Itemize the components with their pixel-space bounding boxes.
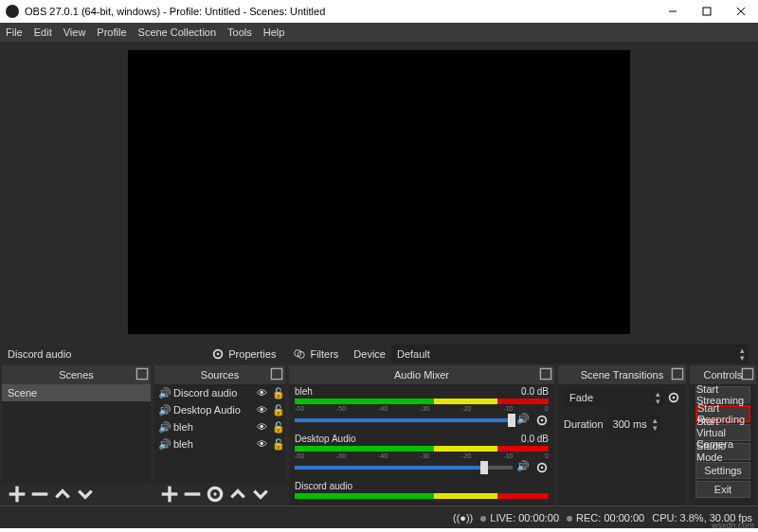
window-titlebar: OBS 27.0.1 (64-bit, windows) - Profile: … — [0, 0, 758, 23]
properties-label: Properties — [228, 348, 276, 360]
updown-icon: ▴▾ — [740, 346, 745, 362]
svg-rect-23 — [672, 368, 682, 379]
mute-toggle[interactable]: 🔊 — [516, 413, 532, 428]
duration-input[interactable]: 300 ms ▴▾ — [607, 415, 660, 434]
channel-settings-icon[interactable] — [535, 414, 549, 427]
rec-status: REC: 00:00:00 — [576, 512, 644, 523]
transition-select[interactable]: Fade ▴▾ — [564, 388, 663, 407]
menu-file[interactable]: File — [6, 27, 23, 38]
close-button[interactable] — [724, 0, 758, 23]
source-settings-button[interactable] — [206, 485, 225, 504]
controls-popout-icon[interactable] — [741, 367, 754, 381]
filter-icon — [293, 347, 306, 361]
scene-up-button[interactable] — [53, 485, 72, 504]
sources-popout-icon[interactable] — [270, 367, 283, 381]
sources-title: Sources — [201, 369, 239, 381]
sources-list[interactable]: 🔊 Discord audio 👁 🔓 🔊 Desktop Audio 👁 🔓 … — [154, 384, 285, 483]
minimize-button[interactable] — [656, 0, 690, 23]
mixer-body: bleh0.0 dB -60-50-40-30-20-100 🔊 Desktop… — [289, 384, 554, 505]
mixer-popout-icon[interactable] — [539, 367, 552, 381]
svg-point-17 — [213, 492, 216, 495]
preview-canvas[interactable] — [128, 50, 630, 334]
source-row[interactable]: 🔊 Desktop Audio 👁 🔓 — [154, 401, 285, 418]
svg-point-20 — [541, 419, 544, 422]
volume-slider[interactable] — [295, 418, 513, 422]
source-label: bleh — [173, 421, 251, 433]
mute-toggle[interactable]: 🔊 — [516, 460, 532, 475]
source-row[interactable]: 🔊 bleh 👁 🔓 — [154, 418, 285, 435]
source-toolbar: Discord audio Properties Filters Device … — [0, 343, 758, 365]
exit-button[interactable]: Exit — [695, 481, 750, 498]
visibility-toggle[interactable]: 👁 — [255, 437, 268, 451]
updown-icon: ▴▾ — [653, 417, 658, 432]
scene-remove-button[interactable] — [30, 485, 49, 504]
scenes-popout-icon[interactable] — [135, 367, 149, 381]
scenes-title: Scenes — [59, 369, 94, 381]
sources-dock: Sources 🔊 Discord audio 👁 🔓 🔊 Desktop Au… — [154, 365, 285, 505]
svg-point-5 — [217, 353, 220, 356]
lock-toggle[interactable]: 🔓 — [272, 420, 285, 434]
mixer-channel: bleh0.0 dB -60-50-40-30-20-100 🔊 — [289, 384, 554, 432]
start-virtual-camera-button[interactable]: Start Virtual Camera — [695, 424, 750, 441]
properties-button[interactable]: Properties — [204, 345, 283, 364]
speaker-icon: 🔊 — [158, 421, 170, 434]
channel-settings-icon[interactable] — [535, 461, 549, 474]
app-icon — [6, 5, 19, 18]
source-row[interactable]: 🔊 bleh 👁 🔓 — [154, 435, 285, 452]
speaker-icon: 🔊 — [158, 404, 170, 417]
source-label: Desktop Audio — [173, 404, 251, 416]
lock-toggle[interactable]: 🔓 — [272, 386, 285, 399]
menu-edit[interactable]: Edit — [34, 27, 52, 38]
lock-toggle[interactable]: 🔓 — [272, 437, 285, 451]
visibility-toggle[interactable]: 👁 — [255, 403, 268, 417]
source-up-button[interactable] — [228, 485, 247, 504]
lock-toggle[interactable]: 🔓 — [272, 403, 285, 417]
source-down-button[interactable] — [251, 485, 270, 504]
updown-icon: ▴▾ — [656, 390, 660, 405]
source-row[interactable]: 🔊 Discord audio 👁 🔓 — [154, 384, 285, 401]
watermark: wsxdn.com — [712, 521, 754, 530]
visibility-toggle[interactable]: 👁 — [255, 420, 268, 434]
svg-rect-1 — [703, 8, 711, 15]
scene-down-button[interactable] — [76, 485, 95, 504]
meter-ticks: -60-50-40-30-20-100 — [295, 405, 549, 411]
gear-icon — [211, 347, 225, 361]
device-label: Device — [353, 348, 386, 360]
maximize-button[interactable] — [690, 0, 724, 23]
volume-slider[interactable] — [295, 466, 513, 470]
device-select[interactable]: Default ▴▾ — [391, 345, 749, 364]
window-title: OBS 27.0.1 (64-bit, windows) - Profile: … — [25, 6, 325, 17]
visibility-toggle[interactable]: 👁 — [255, 386, 268, 399]
speaker-icon: 🔊 — [158, 438, 170, 451]
start-streaming-button[interactable]: Start Streaming — [695, 386, 750, 403]
level-meter — [295, 399, 549, 404]
settings-button[interactable]: Settings — [695, 462, 750, 479]
scene-add-button[interactable] — [8, 485, 27, 504]
menu-help[interactable]: Help — [263, 27, 285, 38]
menu-tools[interactable]: Tools — [227, 27, 252, 38]
svg-rect-18 — [540, 368, 550, 379]
svg-rect-12 — [271, 368, 281, 379]
transition-settings-icon[interactable] — [667, 391, 680, 404]
studio-mode-button[interactable]: Studio Mode — [695, 443, 750, 460]
channel-db: 0.0 dB — [521, 386, 549, 397]
menu-profile[interactable]: Profile — [97, 27, 126, 38]
transition-value: Fade — [569, 392, 593, 403]
svg-rect-8 — [136, 368, 147, 379]
menu-bar: File Edit View Profile Scene Collection … — [0, 23, 758, 42]
transitions-popout-icon[interactable] — [671, 367, 684, 381]
controls-dock: Controls Start Streaming Start Recording… — [690, 365, 756, 505]
rec-dot-icon — [567, 516, 572, 522]
controls-header: Controls — [690, 365, 756, 384]
source-add-button[interactable] — [160, 485, 179, 504]
live-dot-icon — [480, 516, 486, 522]
menu-scene-collection[interactable]: Scene Collection — [138, 27, 217, 38]
filters-button[interactable]: Filters — [285, 345, 346, 364]
menu-view[interactable]: View — [63, 27, 86, 38]
filters-label: Filters — [310, 348, 338, 360]
scene-item[interactable]: Scene — [2, 384, 151, 401]
source-remove-button[interactable] — [183, 485, 202, 504]
mixer-title: Audio Mixer — [394, 369, 449, 381]
source-label: bleh — [173, 438, 251, 450]
scenes-list[interactable]: Scene — [2, 384, 151, 483]
